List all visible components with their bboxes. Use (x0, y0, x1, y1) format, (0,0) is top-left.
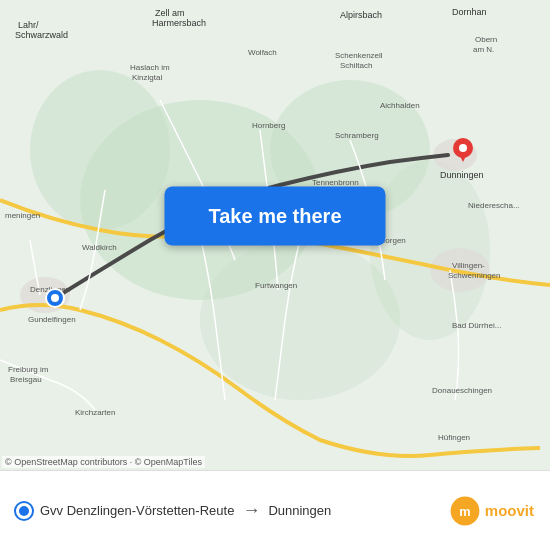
svg-text:Obern: Obern (475, 35, 497, 44)
moovit-text: moovit (485, 502, 534, 519)
origin-marker (16, 503, 32, 519)
svg-text:Schenkenzell: Schenkenzell (335, 51, 383, 60)
svg-text:Schwenningen: Schwenningen (448, 271, 500, 280)
svg-text:Harmersbach: Harmersbach (152, 18, 206, 28)
svg-point-3 (30, 70, 170, 230)
svg-text:Dornhan: Dornhan (452, 7, 487, 17)
footer: Gvv Denzlingen-Vörstetten-Reute → Dunnin… (0, 470, 550, 550)
svg-text:Kinzigtal: Kinzigtal (132, 73, 162, 82)
route-info: Gvv Denzlingen-Vörstetten-Reute → Dunnin… (16, 500, 449, 521)
arrow-icon: → (242, 500, 260, 521)
svg-text:Freiburg im: Freiburg im (8, 365, 49, 374)
svg-text:Niederescha...: Niederescha... (468, 201, 520, 210)
svg-text:Aichhalden: Aichhalden (380, 101, 420, 110)
svg-text:Bad Dürrhei...: Bad Dürrhei... (452, 321, 501, 330)
svg-text:Zell am: Zell am (155, 8, 185, 18)
svg-text:Breisgau: Breisgau (10, 375, 42, 384)
svg-point-46 (459, 144, 467, 152)
svg-text:Villingen-: Villingen- (452, 261, 485, 270)
svg-text:Lahr/: Lahr/ (18, 20, 39, 30)
destination-label: Dunningen (268, 503, 331, 518)
svg-text:am N.: am N. (473, 45, 494, 54)
svg-text:m: m (459, 503, 470, 518)
svg-text:Wolfach: Wolfach (248, 48, 277, 57)
svg-text:Kirchzarten: Kirchzarten (75, 408, 115, 417)
svg-point-4 (200, 240, 400, 400)
svg-text:Waldkirch: Waldkirch (82, 243, 117, 252)
moovit-icon: m (449, 495, 481, 527)
svg-text:Schramberg: Schramberg (335, 131, 379, 140)
map-attribution: © OpenStreetMap contributors · © OpenMap… (2, 456, 205, 468)
svg-text:Haslach im: Haslach im (130, 63, 170, 72)
svg-text:Gundelfingen: Gundelfingen (28, 315, 76, 324)
svg-point-43 (51, 294, 59, 302)
map-container: Lahr/ Schwarzwald Zell am Harmersbach Al… (0, 0, 550, 470)
svg-text:Furtwangen: Furtwangen (255, 281, 297, 290)
svg-text:Schwarzwald: Schwarzwald (15, 30, 68, 40)
origin-label: Gvv Denzlingen-Vörstetten-Reute (40, 503, 234, 518)
svg-text:Hüfingen: Hüfingen (438, 433, 470, 442)
svg-text:Tennenbronn: Tennenbronn (312, 178, 359, 187)
svg-text:Schiltach: Schiltach (340, 61, 372, 70)
svg-text:Dunningen: Dunningen (440, 170, 484, 180)
moovit-logo: m moovit (449, 495, 534, 527)
take-me-there-button[interactable]: Take me there (164, 187, 385, 246)
svg-text:meningen: meningen (5, 211, 40, 220)
svg-text:Alpirsbach: Alpirsbach (340, 10, 382, 20)
svg-text:Donaueschingen: Donaueschingen (432, 386, 492, 395)
svg-text:Hornberg: Hornberg (252, 121, 285, 130)
